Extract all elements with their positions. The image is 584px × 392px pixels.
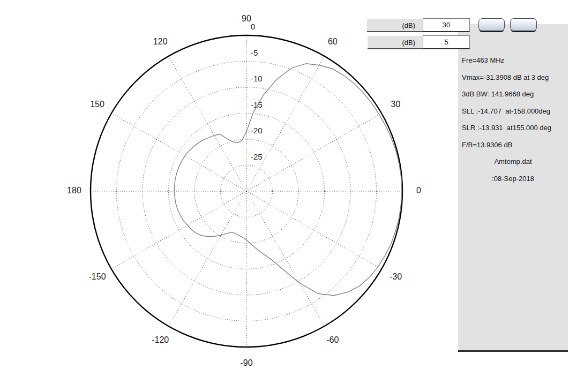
- grid-spoke: [246, 114, 381, 192]
- db-scale-input-2[interactable]: [423, 35, 470, 49]
- angle-tick-label: -30: [390, 272, 402, 281]
- radial-tick-label: -10: [251, 74, 263, 83]
- toolbar-button-2[interactable]: [510, 18, 537, 31]
- pattern-curve: [174, 64, 402, 296]
- radial-tick-label: 0: [251, 22, 255, 31]
- grid-spoke: [246, 191, 325, 326]
- result-slr: SLR :-13.931 at155.000 deg: [462, 119, 564, 137]
- angle-tick-label: 120: [153, 37, 168, 46]
- angle-tick-label: 90: [242, 14, 251, 23]
- results-text: Fre=463 MHz Vmax=-31.3908 dB at 3 deg 3d…: [462, 52, 564, 187]
- result-front-back: F/B=13.9306 dB: [462, 137, 564, 154]
- radial-tick-label: -25: [251, 152, 263, 161]
- radial-tick-label: -5: [251, 48, 258, 57]
- result-date: :08-Sep-2018: [462, 170, 564, 187]
- angle-tick-label: 150: [90, 100, 104, 109]
- db-scale-label-2: (dB): [368, 36, 423, 49]
- result-frequency: Fre=463 MHz: [462, 52, 564, 69]
- db-scale-input-1[interactable]: [423, 18, 470, 32]
- angle-tick-label: 180: [67, 186, 81, 195]
- db-scale-label-1: (dB): [367, 19, 423, 32]
- matlab-figure-window: 0306090120150180-150-120-90-60-300-5-10-…: [0, 0, 584, 392]
- grid-spoke: [111, 114, 246, 192]
- results-panel: Fre=463 MHz Vmax=-31.3908 dB at 3 deg 3d…: [458, 24, 568, 352]
- angle-tick-label: 30: [391, 100, 401, 109]
- angle-tick-label: 0: [416, 186, 421, 195]
- result-beamwidth: 3dB BW: 141.9668 deg: [462, 86, 564, 103]
- grid-spoke: [111, 191, 246, 269]
- grid-spoke: [169, 191, 247, 326]
- result-filename: Amtemp.dat: [462, 153, 564, 170]
- result-vmax: Vmax=-31.3908 dB at 3 deg: [462, 69, 564, 86]
- angle-tick-label: -60: [326, 335, 339, 344]
- angle-tick-label: -120: [152, 335, 169, 344]
- angle-tick-label: 60: [328, 37, 338, 46]
- angle-tick-label: -150: [89, 272, 106, 281]
- toolbar-button-1[interactable]: [478, 18, 505, 31]
- result-sll: SLL :-14.707 at-158.000deg: [462, 103, 564, 120]
- radial-tick-label: -20: [251, 126, 263, 135]
- angle-tick-label: -90: [240, 358, 252, 367]
- polar-plot: 0306090120150180-150-120-90-60-300-5-10-…: [0, 0, 461, 392]
